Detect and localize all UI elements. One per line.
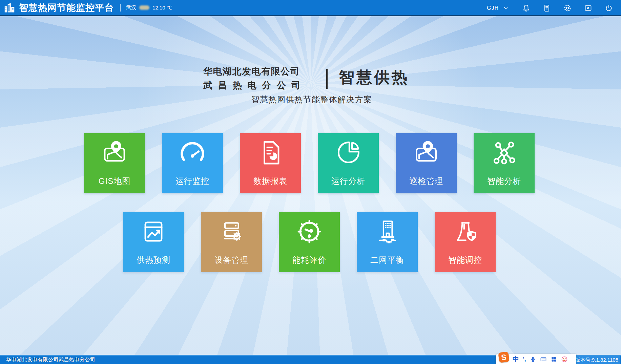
tile-inspection-management[interactable]: 巡检管理 [396,133,457,193]
tile-label: 巡检管理 [396,176,457,187]
ime-mode-chinese[interactable]: 中 [513,355,519,364]
tile-secondary-network-balance[interactable]: 二网平衡 [357,212,418,272]
company-line2: 武昌热电分公司 [203,79,301,91]
weather-temperature: 12.10 ℃ [152,5,172,11]
gauge-icon [162,139,223,166]
tile-label: 数据报表 [240,176,301,187]
keyboard-icon[interactable] [540,356,547,363]
weather-cloud-icon [139,5,149,10]
main-background: 华电湖北发电有限公司 武昌热电分公司 智慧供热 智慧热网供热节能整体解决方案 G… [0,16,621,355]
tile-label: 供热预测 [123,255,184,265]
tile-energy-evaluation[interactable]: 能耗评价 [279,212,340,272]
report-pie-icon [240,139,301,166]
pie-chart-icon [318,139,379,166]
user-name[interactable]: GJH [487,5,499,11]
tile-intelligent-control[interactable]: 智能调控 [435,212,496,272]
tile-data-reports[interactable]: 数据报表 [240,133,301,193]
toolbox-grid-icon[interactable] [551,356,557,363]
tile-label: 智能分析 [474,176,535,187]
topbar-right: GJH [487,0,621,16]
tile-heating-forecast[interactable]: 供热预测 [123,212,184,272]
company-line1: 华电湖北发电有限公司 [203,65,301,78]
energy-gauge-icon [279,218,340,245]
map-pin-icon [84,139,145,166]
user-menu[interactable]: GJH [487,5,509,11]
tile-label: 智能调控 [435,255,496,265]
footer-version: 版本号:9.1.82.1105 [573,356,620,364]
hero-subtitle: 智慧热网供热节能整体解决方案 [210,94,413,105]
ime-punctuation-toggle[interactable]: ’, [523,356,526,363]
tile-label: 运行监控 [162,176,223,187]
network-icon [474,139,535,166]
chevron-down-icon[interactable] [503,5,509,11]
server-gear-icon [201,218,262,245]
footer-company: 华电湖北发电有限公司武昌热电分公司 [0,357,96,363]
tile-equipment-management[interactable]: 设备管理 [201,212,262,272]
bell-icon[interactable] [522,4,530,12]
app-title: 智慧热网节能监控平台 [19,2,114,14]
report-list-icon[interactable] [543,4,551,12]
tile-label: 二网平衡 [357,255,418,265]
product-title: 智慧供热 [339,67,409,88]
gear-icon[interactable] [563,4,572,12]
topbar-left: 智慧热网节能监控平台 武汉 12.10 ℃ [0,2,172,14]
exit-fullscreen-icon[interactable] [584,4,592,12]
app-logo-building-icon [3,2,16,14]
weather-widget: 武汉 12.10 ℃ [126,4,172,11]
map-pin-icon [396,139,457,166]
emoji-icon[interactable] [561,356,568,363]
power-icon[interactable] [605,4,613,12]
hero-divider [326,69,328,89]
tile-label: GIS地图 [84,176,145,187]
tile-operation-monitoring[interactable]: 运行监控 [162,133,223,193]
tile-label: 设备管理 [201,255,262,265]
microphone-icon[interactable] [530,356,536,363]
tile-label: 运行分析 [318,176,379,187]
weather-city: 武汉 [126,4,136,11]
tile-gis-map[interactable]: GIS地图 [84,133,145,193]
tile-operation-analysis[interactable]: 运行分析 [318,133,379,193]
top-bar: 智慧热网节能监控平台 武汉 12.10 ℃ GJH [0,0,621,16]
company-title-block: 华电湖北发电有限公司 武昌热电分公司 [203,65,301,91]
tile-intelligent-analysis[interactable]: 智能分析 [474,133,535,193]
trend-window-icon [123,218,184,245]
building-network-icon [357,218,418,245]
sogou-logo-icon[interactable]: S [498,351,510,363]
tile-label: 能耗评价 [279,255,340,265]
ime-toolbar: S 中 ’, [496,354,576,364]
topbar-divider [120,4,121,12]
tower-shield-icon [435,218,496,245]
